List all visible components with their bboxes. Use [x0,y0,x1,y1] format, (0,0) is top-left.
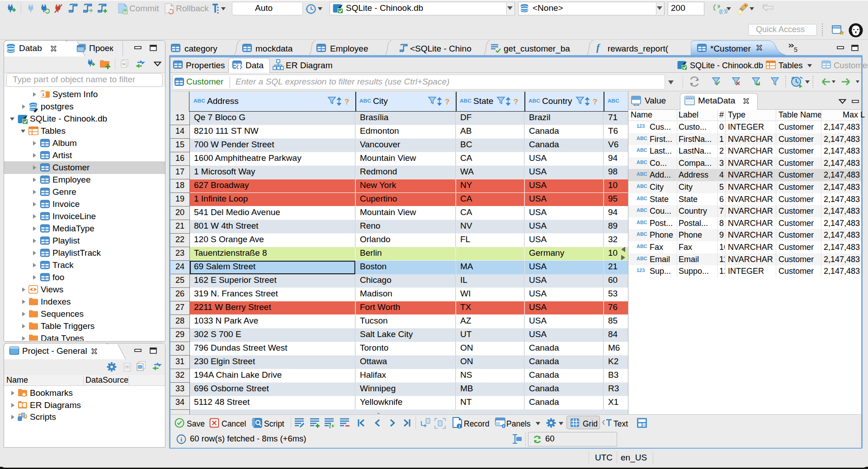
svg-text:?: ? [593,98,597,106]
svg-text:i: i [459,424,460,429]
svg-text:i: i [42,92,44,97]
svg-text:(+): (+) [329,422,335,428]
svg-text:?: ? [514,98,518,106]
svg-text:5: 5 [794,46,797,53]
svg-text:?: ? [445,98,449,106]
svg-text:i: i [180,436,182,443]
svg-text:?: ? [344,98,349,106]
